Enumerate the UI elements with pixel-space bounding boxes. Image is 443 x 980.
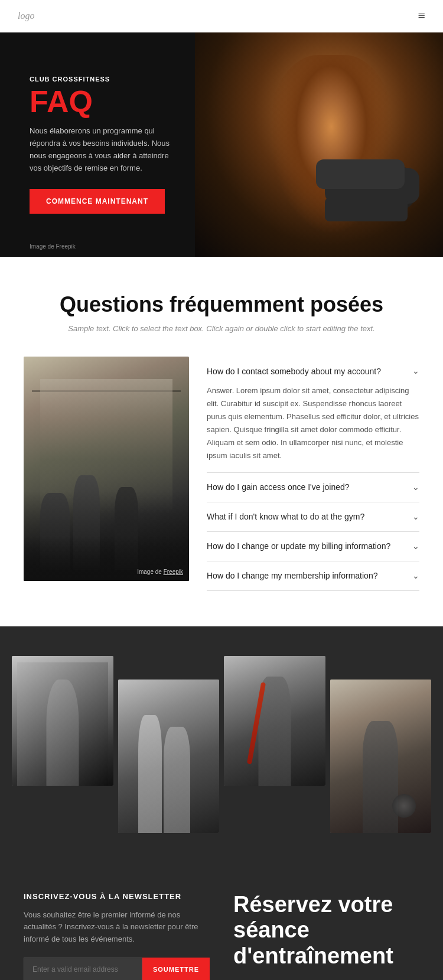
gallery-img-couple [118,680,220,833]
hero-cta-button[interactable]: COMMENCE MAINTENANT [30,189,165,214]
hero-image-credit: Image de Freepik [30,243,76,250]
faq-body: Image de Freepik How do I contact somebo… [24,357,419,591]
hero-title: FAQ [30,86,171,117]
faq-chevron-5: ⌄ [412,571,419,581]
hero-subtitle: CLUB CROSSFITNESS [30,76,171,83]
gallery-img-man-rope [224,656,325,786]
hero-description: Nous élaborerons un programme qui répond… [30,125,171,174]
faq-item-1: How do I contact somebody about my accou… [207,357,419,473]
faq-image-inner [24,357,189,581]
faq-chevron-4: ⌄ [412,541,419,551]
faq-item-3: What if I don't know what to do at the g… [207,502,419,532]
gallery-section [0,626,443,863]
header: logo ≡ [0,0,443,32]
booking-title: Réservez votre séance d'entraînement [233,892,419,969]
faq-answer-1: Answer. Lorem ipsum dolor sit amet, cons… [207,384,419,463]
faq-question-text-2: How do I gain access once I've joined? [207,482,350,492]
gallery-img-woman [12,656,113,786]
hero-section: CLUB CROSSFITNESS FAQ Nous élaborerons u… [0,32,443,257]
faq-question-3[interactable]: What if I don't know what to do at the g… [207,512,419,522]
booking-column: Réservez votre séance d'entraînement Ima… [233,892,419,980]
gallery-col-4 [330,680,432,833]
newsletter-email-input[interactable] [24,958,142,980]
faq-question-4[interactable]: How do I change or update my billing inf… [207,541,419,551]
gallery-col-1 [12,656,113,786]
gallery-col-3 [224,656,325,786]
faq-image: Image de Freepik [24,357,189,581]
faq-question-2[interactable]: How do I gain access once I've joined? ⌄ [207,482,419,492]
faq-image-credit-link[interactable]: Freepik [164,569,183,575]
faq-chevron-3: ⌄ [412,512,419,522]
faq-item-4: How do I change or update my billing inf… [207,532,419,561]
newsletter-title: INSCRIVEZ-VOUS À LA NEWSLETTER [24,892,210,901]
gallery-col-2 [118,680,220,833]
faq-image-credit: Image de Freepik [137,569,183,575]
gallery-grid [12,656,431,833]
faq-subtitle: Sample text. Click to select the text bo… [24,324,419,333]
hero-image [195,32,443,257]
hero-content: CLUB CROSSFITNESS FAQ Nous élaborerons u… [0,52,201,237]
faq-question-5[interactable]: How do I change my membership informatio… [207,571,419,581]
faq-chevron-1: ⌄ [412,366,419,376]
newsletter-form: SOUMETTRE [24,958,210,980]
logo: logo [18,11,34,21]
faq-chevron-2: ⌄ [412,482,419,492]
bottom-section: INSCRIVEZ-VOUS À LA NEWSLETTER Vous souh… [0,863,443,980]
faq-list: How do I contact somebody about my accou… [207,357,419,591]
gallery-img-man-ball [330,680,432,833]
faq-question-text-4: How do I change or update my billing inf… [207,541,390,551]
newsletter-description: Vous souhaitez être le premier informé d… [24,909,210,946]
faq-item-2: How do I gain access once I've joined? ⌄ [207,473,419,502]
faq-title: Questions fréquemment posées [24,292,419,317]
faq-question-1[interactable]: How do I contact somebody about my accou… [207,366,419,376]
faq-question-text-5: How do I change my membership informatio… [207,571,377,580]
faq-image-credit-text: Image de [137,569,163,575]
faq-item-5: How do I change my membership informatio… [207,561,419,591]
newsletter-column: INSCRIVEZ-VOUS À LA NEWSLETTER Vous souh… [24,892,210,980]
faq-section: Questions fréquemment posées Sample text… [0,257,443,626]
newsletter-submit-button[interactable]: SOUMETTRE [142,958,210,980]
menu-icon[interactable]: ≡ [418,8,425,24]
faq-question-text-1: How do I contact somebody about my accou… [207,367,381,376]
faq-question-text-3: What if I don't know what to do at the g… [207,512,364,521]
